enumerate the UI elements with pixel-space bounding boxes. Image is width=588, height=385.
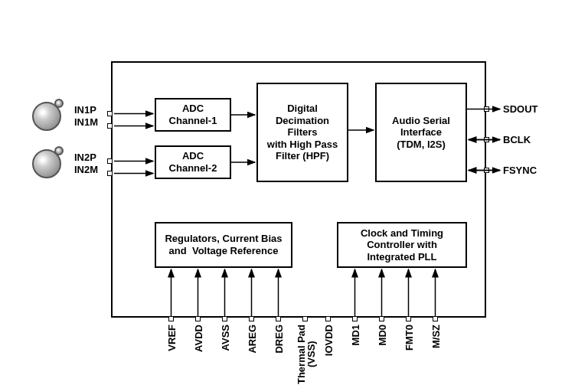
pin-bclk xyxy=(484,137,489,142)
label-bclk: BCLK xyxy=(503,134,531,146)
pin-fsync xyxy=(484,168,489,173)
block-clock: Clock and Timing Controller with Integra… xyxy=(337,222,467,268)
block-adc1: ADC Channel-1 xyxy=(155,98,231,132)
label-thermal: Thermal Pad (VSS) xyxy=(296,325,316,384)
label-in2m: IN2M xyxy=(74,164,98,176)
label-msz: M/SZ xyxy=(431,325,441,348)
block-adc2: ADC Channel-2 xyxy=(155,145,231,179)
label-avdd: AVDD xyxy=(194,325,204,352)
pin-areg xyxy=(249,316,254,321)
label-fsync: FSYNC xyxy=(503,165,537,177)
diagram-canvas: IN1P IN1M IN2P IN2M ADC Channel-1 ADC Ch… xyxy=(0,0,588,385)
pin-vref xyxy=(168,316,174,321)
pin-sdout xyxy=(484,106,489,112)
pin-md0 xyxy=(379,316,384,321)
pin-in2p xyxy=(107,158,113,164)
label-avss: AVSS xyxy=(220,325,230,351)
pin-avdd xyxy=(195,316,201,321)
label-fmt0: FMT0 xyxy=(404,325,414,351)
mic1-head-icon xyxy=(54,99,64,108)
pin-md1 xyxy=(352,316,358,321)
pin-fmt0 xyxy=(406,316,411,321)
pin-in1p xyxy=(107,111,113,116)
pin-iovdd xyxy=(325,316,331,321)
label-md1: MD1 xyxy=(351,325,361,345)
pin-avss xyxy=(222,316,227,321)
label-iovdd: IOVDD xyxy=(324,325,334,356)
mic2-head-icon xyxy=(54,146,64,155)
block-decimation: Digital Decimation Filters with High Pas… xyxy=(256,83,348,182)
label-dreg: DREG xyxy=(274,325,284,354)
label-sdout: SDOUT xyxy=(503,103,538,116)
pin-thermal xyxy=(302,316,308,321)
label-in1m: IN1M xyxy=(74,116,98,129)
label-vref: VREF xyxy=(167,325,177,351)
pin-in1m xyxy=(107,123,113,129)
label-md0: MD0 xyxy=(377,325,387,345)
pin-dreg xyxy=(276,316,281,321)
label-in2p: IN2P xyxy=(74,152,96,164)
pin-in2m xyxy=(107,171,113,176)
block-serial: Audio Serial Interface (TDM, I2S) xyxy=(375,83,467,182)
label-areg: AREG xyxy=(247,325,257,354)
pin-msz xyxy=(433,316,438,321)
block-regulators: Regulators, Current Bias and Voltage Ref… xyxy=(155,222,292,268)
label-in1p: IN1P xyxy=(74,104,96,116)
